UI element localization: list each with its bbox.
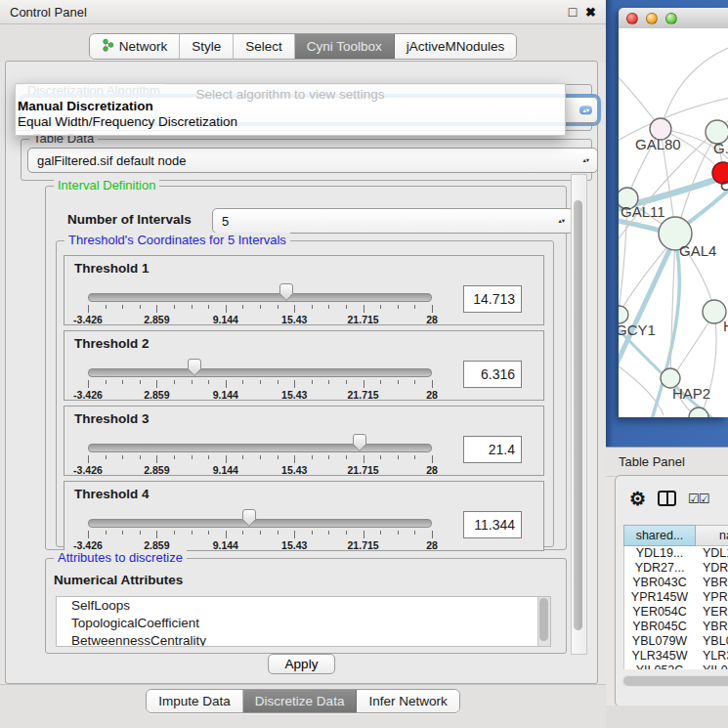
combo-stepper-icon[interactable]: ▴▾ — [579, 155, 592, 165]
tab-label: Network — [119, 39, 168, 54]
cell-shared-name[interactable]: YBL079W — [624, 634, 695, 649]
network-window-titlebar[interactable] — [619, 8, 728, 29]
cell-shared-name[interactable]: YBR043C — [624, 576, 695, 590]
table-body[interactable]: YDL19...YDL1YDR27...YDR2YBR043CYBR0YPR14… — [623, 546, 728, 669]
threshold-slider[interactable]: -3.4262.8599.14415.4321.71528 — [88, 357, 432, 396]
slider-thumb[interactable] — [187, 359, 202, 377]
attribute-item[interactable]: SelfLoops — [57, 597, 550, 615]
close-traffic-light-icon[interactable] — [626, 13, 638, 24]
table-row[interactable]: YIL052CYIL0 — [624, 664, 728, 669]
tab-select[interactable]: Select — [234, 34, 295, 59]
table-row[interactable]: YPR145WYPR1 — [624, 590, 728, 605]
tab-cyni-toolbox[interactable]: Cyni Toolbox — [295, 34, 395, 59]
threshold-slider[interactable]: -3.4262.8599.14415.4321.71528 — [88, 507, 432, 546]
dropdown-item-manual[interactable]: Manual Discretization — [18, 99, 153, 113]
threshold-slider[interactable]: -3.4262.8599.14415.4321.71528 — [88, 281, 432, 321]
cell-shared-name[interactable]: YER054C — [624, 605, 695, 620]
cell-name[interactable]: YBR0 — [695, 620, 728, 634]
slider-track[interactable] — [88, 368, 432, 377]
table-data-combo[interactable]: galFiltered.sif default node ▴▾ — [27, 148, 598, 173]
table-row[interactable]: YER054CYER0 — [624, 605, 728, 620]
cell-name[interactable]: YBL0 — [695, 634, 728, 649]
slider-track[interactable] — [88, 444, 432, 452]
network-canvas[interactable]: GAL80G.CGAL11GAL4GCY1HHAP2 — [619, 28, 728, 417]
cell-name[interactable]: YDL1 — [695, 546, 728, 561]
cell-shared-name[interactable]: YPR145W — [624, 590, 695, 605]
threshold-value-field[interactable]: 6.316 — [463, 361, 522, 388]
slider-thumb[interactable] — [278, 283, 294, 302]
table-row[interactable]: YBR043CYBR0 — [624, 576, 728, 590]
interval-definition-group: Interval Definition Number of Intervals … — [45, 186, 567, 550]
slider-tick-labels: -3.4262.8599.14415.4321.71528 — [88, 389, 432, 401]
cell-shared-name[interactable]: YIL052C — [624, 664, 695, 669]
cyni-toolbox-panel: Discretization Algorithm ▴▾ Select algor… — [5, 61, 598, 684]
dropdown-item-equal-width[interactable]: Equal Width/Frequency Discretization — [18, 114, 237, 129]
table-row[interactable]: YBL079WYBL0 — [624, 634, 728, 649]
list-scrollbar[interactable] — [537, 597, 550, 646]
network-view-window[interactable]: GAL80G.CGAL11GAL4GCY1HHAP2 — [619, 8, 728, 417]
tab-jactivemnodules[interactable]: jActiveMNodules — [395, 34, 517, 59]
table-row[interactable]: YDL19...YDL1 — [624, 546, 728, 561]
scrollbar-thumb[interactable] — [623, 676, 728, 686]
slider-track[interactable] — [88, 293, 432, 302]
cell-shared-name[interactable]: YDR27... — [624, 561, 695, 576]
table-horizontal-scrollbar[interactable] — [621, 675, 728, 687]
attribute-item[interactable]: BetweennessCentrality — [57, 632, 550, 647]
apply-button[interactable]: Apply — [268, 654, 336, 674]
bottom-right-background — [606, 706, 728, 728]
cell-name[interactable]: YBR0 — [695, 576, 728, 590]
tab-style[interactable]: Style — [180, 34, 234, 59]
scrollbar-thumb[interactable] — [574, 200, 582, 630]
slider-track[interactable] — [88, 519, 432, 528]
network-node[interactable] — [689, 407, 708, 417]
group-title: Interval Definition — [54, 178, 159, 193]
cell-name[interactable]: YLR3 — [695, 649, 728, 664]
minimize-traffic-light-icon[interactable] — [646, 13, 658, 24]
split-columns-icon[interactable] — [658, 491, 676, 506]
tab-label: Infer Network — [368, 694, 447, 708]
column-header-name[interactable]: na — [696, 525, 728, 546]
threshold-slider[interactable]: -3.4262.8599.14415.4321.71528 — [88, 432, 432, 471]
tab-label: Style — [192, 39, 221, 54]
attributes-group: Attributes to discretize Numerical Attri… — [45, 558, 567, 654]
cell-name[interactable]: YDR2 — [695, 561, 728, 576]
threshold-value-field[interactable]: 14.713 — [463, 285, 522, 313]
tab-impute-data[interactable]: Impute Data — [147, 690, 243, 712]
cell-shared-name[interactable]: YBR045C — [624, 620, 695, 634]
numerical-attributes-list[interactable]: SelfLoopsTopologicalCoefficientBetweenne… — [56, 596, 551, 647]
threshold-panel: Threshold 4 -3.4262.8599.14415.4321.7152… — [64, 481, 544, 551]
tab-label: Discretize Data — [255, 694, 345, 708]
threshold-value-field[interactable]: 21.4 — [463, 436, 522, 463]
table-row[interactable]: YBR045CYBR0 — [624, 620, 728, 634]
tab-label: Impute Data — [158, 694, 231, 708]
settings-scrollbar[interactable] — [571, 174, 587, 655]
combo-stepper-icon[interactable]: ▴▾ — [555, 216, 568, 226]
cell-name[interactable]: YER0 — [695, 605, 728, 620]
attribute-item[interactable]: TopologicalCoefficient — [57, 615, 550, 632]
tab-infer-network[interactable]: Infer Network — [357, 690, 458, 712]
tab-discretize-data[interactable]: Discretize Data — [243, 690, 358, 712]
column-header-shared-name[interactable]: shared... — [623, 525, 696, 546]
close-icon[interactable]: ✖ — [585, 5, 596, 20]
slider-thumb[interactable] — [352, 434, 367, 452]
algorithm-dropdown-popup: Select algorithm to view settings Manual… — [15, 83, 566, 136]
control-panel-titlebar: Control Panel □ ✖ — [0, 0, 606, 24]
zoom-traffic-light-icon[interactable] — [665, 13, 677, 24]
top-tab-strip: Network Style Select Cyni Toolbox jActiv… — [0, 24, 606, 63]
table-row[interactable]: YDR27...YDR2 — [624, 561, 728, 576]
cell-name[interactable]: YPR1 — [695, 590, 728, 605]
cell-shared-name[interactable]: YDL19... — [624, 546, 695, 561]
table-header-row: shared... na — [623, 525, 728, 546]
float-window-icon[interactable]: □ — [569, 4, 577, 20]
gear-icon[interactable]: ⚙ — [629, 490, 646, 508]
select-columns-icon[interactable]: ☑☑ — [688, 492, 708, 506]
combo-stepper-icon[interactable]: ▴▾ — [579, 106, 592, 115]
slider-thumb[interactable] — [241, 509, 257, 528]
cell-shared-name[interactable]: YLR345W — [624, 649, 695, 664]
tab-network[interactable]: Network — [90, 34, 181, 59]
table-row[interactable]: YLR345WYLR3 — [624, 649, 728, 664]
numerical-attributes-label: Numerical Attributes — [54, 573, 183, 587]
cell-name[interactable]: YIL0 — [695, 664, 728, 669]
threshold-value-field[interactable]: 11.344 — [463, 511, 522, 538]
number-of-intervals-combo[interactable]: 5 ▴▾ — [212, 208, 574, 234]
